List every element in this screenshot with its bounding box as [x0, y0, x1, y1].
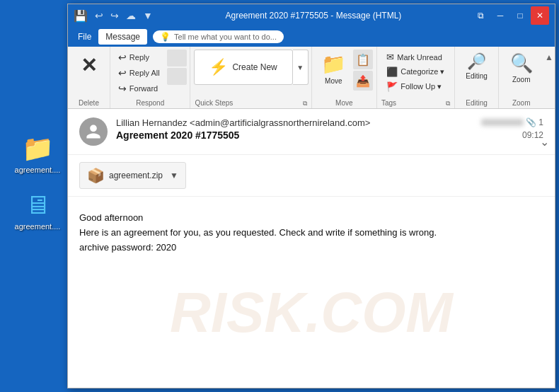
create-new-label: Create New [232, 62, 277, 72]
body-line-3: archive password: 2020 [79, 241, 543, 255]
respond-extra-btn1[interactable] [167, 50, 187, 67]
desktop-icon-agreement-zip[interactable]: 📁 agreement.... [13, 134, 62, 174]
ribbon-group-quicksteps: ⚡ Create New ▼ Quick Steps ⧉ [190, 47, 311, 108]
create-new-button[interactable]: ⚡ Create New [194, 50, 293, 85]
menu-message[interactable]: Message [98, 29, 147, 45]
body-line-1: Good afternoon [79, 211, 543, 226]
editing-button[interactable]: 🔎 Editing [459, 50, 495, 83]
blurred-info [481, 119, 524, 126]
attachment-icon: 📎 [526, 117, 536, 127]
title-bar-nav: ↩ ↪ ☁ ▼ [92, 8, 156, 23]
desktop-icon-label: agreement.... [15, 166, 61, 174]
zoom-group-content: 🔍 Zoom [503, 50, 540, 99]
expand-nav-btn[interactable]: ▼ [140, 8, 156, 23]
email-sender: Lillian Hernandez <admin@artificialgrass… [116, 117, 473, 128]
quicksteps-expand-icon[interactable]: ⧉ [303, 100, 307, 108]
move-extra-btns: 📋 📤 [353, 50, 373, 91]
ribbon-group-tags: ✉ Mark Unread ⬛ Categorize ▾ 🚩 Follow Up… [377, 47, 455, 108]
mark-unread-button[interactable]: ✉ Mark Unread [382, 50, 449, 64]
categorize-button[interactable]: ⬛ Categorize ▾ [382, 64, 449, 79]
attachment-name: agreement.zip [109, 171, 163, 180]
save-btn[interactable]: ☁ [123, 8, 139, 23]
close-btn[interactable]: ✕ [531, 6, 549, 25]
attachment-count: 1 [538, 117, 543, 127]
email-meta: Lillian Hernandez <admin@artificialgrass… [116, 117, 473, 141]
attachment-indicator: 📎 1 [481, 117, 543, 127]
tags-group-label: Tags [381, 99, 396, 108]
delete-group-label: Delete [79, 99, 99, 108]
sender-avatar [79, 117, 108, 146]
respond-group-content: ↩ Reply ↩ Reply All ↪ Forward [114, 50, 187, 99]
reply-button[interactable]: ↩ Reply [114, 50, 164, 65]
tags-group-content: ✉ Mark Unread ⬛ Categorize ▾ 🚩 Follow Up… [382, 50, 449, 99]
redo-btn[interactable]: ↪ [108, 8, 122, 23]
ribbon: ✕ Delete ↩ Reply ↩ Reply All [68, 47, 555, 109]
tell-me-input[interactable]: 💡 Tell me what you want to do... [153, 30, 284, 43]
reply-all-button[interactable]: ↩ Reply All [114, 65, 164, 81]
title-bar-left: 💾 ↩ ↪ ☁ ▼ [74, 8, 156, 23]
watermark: RISK.COM [170, 280, 453, 345]
quick-steps-dropdown-btn[interactable]: ▼ [293, 50, 309, 85]
tags-expand-icon[interactable]: ⧉ [446, 100, 450, 108]
quicksteps-label: Quick Steps [195, 99, 233, 108]
attachment-dropdown-btn[interactable]: ▼ [170, 171, 178, 180]
outlook-window: 💾 ↩ ↪ ☁ ▼ Agreement 2020 #1775505 - Mess… [67, 4, 555, 388]
email-area: Lillian Hernandez <admin@artificialgrass… [68, 109, 555, 388]
menu-file[interactable]: File [71, 29, 98, 45]
undo-btn[interactable]: ↩ [92, 8, 106, 23]
delete-group-content: ✕ [74, 50, 105, 99]
desktop-icon-agreement-rdp[interactable]: 🖥 agreement.... [13, 191, 62, 231]
desktop-icon-rdp-label: agreement.... [15, 222, 61, 231]
zoom-label: Zoom [512, 76, 531, 83]
move-extra-btn1[interactable]: 📋 [353, 50, 373, 69]
email-header-right: 📎 1 09:12 [481, 117, 543, 140]
move-group-content: 📁 Move 📋 📤 [316, 50, 373, 99]
title-bar-controls: ⧉ ─ □ ✕ [471, 6, 549, 25]
attachment-file-icon: 📦 [87, 167, 105, 184]
ribbon-expand-area: ▲ [543, 47, 555, 108]
forward-label: Forward [129, 84, 158, 93]
editing-group-content: 🔎 Editing [459, 50, 495, 99]
body-line-2: Here is an agreement for you, as you req… [79, 226, 543, 241]
avatar-icon [85, 123, 102, 140]
zoom-group-label: Zoom [512, 99, 531, 108]
ribbon-group-editing: 🔎 Editing Editing [455, 47, 499, 108]
ribbon-group-zoom: 🔍 Zoom Zoom [499, 47, 543, 108]
forward-button[interactable]: ↪ Forward [114, 81, 164, 96]
expand-email-btn[interactable]: ⌄ [540, 135, 549, 149]
title-bar: 💾 ↩ ↪ ☁ ▼ Agreement 2020 #1775505 - Mess… [68, 4, 555, 27]
create-new-icon: ⚡ [209, 58, 228, 76]
restore-btn[interactable]: ⧉ [471, 6, 490, 25]
move-group-label: Move [335, 99, 352, 108]
tell-me-placeholder: Tell me what you want to do... [174, 33, 277, 41]
ribbon-group-move: 📁 Move 📋 📤 Move [312, 47, 377, 108]
categorize-label: Categorize ▾ [400, 67, 444, 76]
tags-col: ✉ Mark Unread ⬛ Categorize ▾ 🚩 Follow Up… [382, 50, 449, 94]
ribbon-group-delete: ✕ Delete [68, 47, 110, 108]
mark-unread-label: Mark Unread [397, 53, 442, 62]
quicksteps-bottom: Quick Steps ⧉ [195, 99, 306, 108]
follow-up-button[interactable]: 🚩 Follow Up ▾ [382, 79, 449, 94]
respond-extra [166, 50, 187, 85]
tags-bottom: Tags ⧉ [381, 99, 450, 108]
email-subject: Agreement 2020 #1775505 [116, 129, 473, 141]
zoom-button[interactable]: 🔍 Zoom [503, 50, 540, 86]
move-extra-btn2[interactable]: 📤 [353, 71, 373, 91]
quick-steps-wrapper: ⚡ Create New ▼ [194, 50, 309, 85]
maximize-btn[interactable]: □ [511, 6, 529, 25]
respond-group-label: Respond [136, 99, 164, 108]
quicksteps-content: ⚡ Create New ▼ [194, 50, 309, 99]
menu-bar: File Message 💡 Tell me what you want to … [68, 27, 555, 47]
window-title: Agreement 2020 #1775505 - Message (HTML) [156, 11, 471, 21]
ribbon-expand-btn[interactable]: ▲ [545, 52, 553, 62]
attachment-item[interactable]: 📦 agreement.zip ▼ [79, 162, 186, 189]
editing-group-label: Editing [466, 99, 488, 108]
delete-button[interactable]: ✕ [74, 50, 105, 81]
respond-extra-btn2[interactable] [167, 68, 187, 85]
reply-all-label: Reply All [129, 69, 160, 77]
email-header: Lillian Hernandez <admin@artificialgrass… [68, 109, 555, 155]
attachment-area: 📦 agreement.zip ▼ [68, 155, 555, 197]
move-button[interactable]: 📁 Move [316, 50, 352, 88]
editing-label: Editing [466, 72, 488, 80]
minimize-btn[interactable]: ─ [491, 6, 509, 25]
